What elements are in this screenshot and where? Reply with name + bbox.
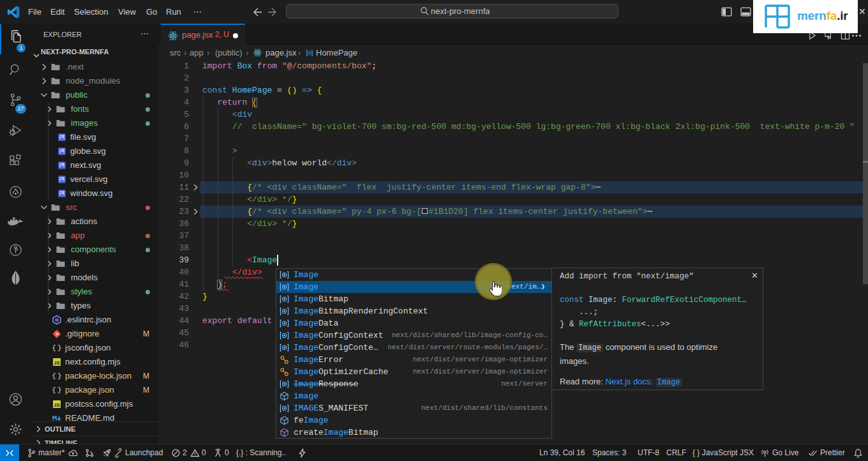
svg-text:JS: JS [54, 360, 60, 366]
svg-text:JS: JS [54, 402, 60, 408]
